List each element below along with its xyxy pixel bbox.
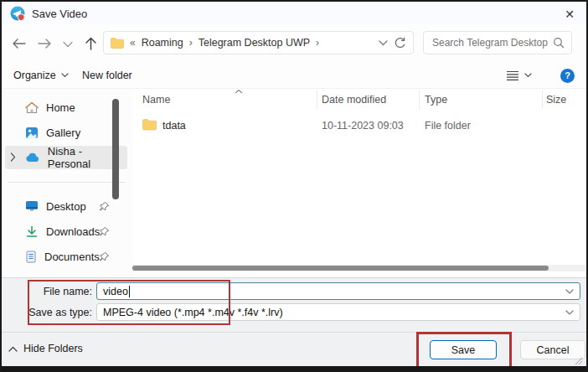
horizontal-scrollbar[interactable] (132, 265, 586, 271)
organize-label: Organize (13, 70, 56, 81)
view-options-button[interactable] (506, 63, 532, 88)
save-fields-area: File name: video Save as type: MPEG-4 vi… (2, 277, 586, 333)
gallery-icon (25, 127, 39, 139)
new-folder-button[interactable]: New folder (82, 63, 132, 88)
file-list: Name Date modified Type Size tdata 10-11… (132, 89, 586, 277)
sidebar-item-label: Downloads (46, 225, 100, 238)
footer-bar: Hide Folders Save Cancel (2, 332, 586, 366)
breadcrumb-separator: › (189, 37, 193, 49)
file-name-label: File name: (25, 286, 92, 297)
navigation-pane: Home Gallery Nisha - Personal (2, 89, 132, 277)
sort-ascending-icon (235, 89, 243, 94)
list-view-icon (506, 70, 519, 81)
chevron-down-icon (61, 73, 69, 78)
window-bottom-edge (0, 366, 588, 372)
save-video-dialog: Save Video ✕ « Roaming › Telegram Deskto… (0, 0, 588, 372)
close-button[interactable]: ✕ (560, 5, 580, 23)
back-arrow-icon[interactable] (11, 38, 27, 49)
folder-icon (111, 38, 124, 49)
onedrive-cloud-icon (25, 152, 40, 163)
save-as-type-value: MPEG-4 video (*.mp4 *.m4v *.f4v *.lrv) (103, 307, 283, 318)
sidebar-item-gallery[interactable]: Gallery (5, 121, 127, 144)
save-as-type-label: Save as type: (17, 307, 92, 318)
type-cell: File folder (425, 120, 471, 132)
pin-icon (99, 251, 110, 262)
title-bar: Save Video ✕ (2, 2, 586, 24)
help-button[interactable]: ? (560, 63, 575, 88)
sidebar-item-downloads[interactable]: Downloads (5, 220, 127, 243)
column-header-size[interactable]: Size (546, 94, 566, 106)
column-header-type[interactable]: Type (425, 94, 447, 106)
organize-menu[interactable]: Organize (13, 63, 69, 88)
command-toolbar: Organize New folder ? (2, 63, 586, 89)
sidebar-item-documents[interactable]: Documents (5, 245, 127, 268)
sidebar-item-label: Gallery (46, 127, 80, 139)
column-divider[interactable] (317, 90, 317, 109)
forward-arrow-icon[interactable] (37, 38, 53, 49)
breadcrumb-item-roaming[interactable]: Roaming (142, 37, 183, 49)
column-divider[interactable] (419, 90, 420, 109)
table-row-tdata[interactable]: tdata 10-11-2023 09:03 File folder (132, 116, 586, 137)
file-name-value: video (103, 286, 128, 297)
address-bar[interactable]: « Roaming › Telegram Desktop UWP › (103, 31, 414, 54)
save-button[interactable]: Save (430, 340, 497, 359)
expand-chevron-icon[interactable] (10, 152, 16, 162)
new-folder-label: New folder (82, 70, 132, 81)
sidebar-item-label: Documents (44, 251, 100, 263)
documents-icon (25, 251, 37, 263)
pin-icon (99, 226, 110, 237)
column-divider[interactable] (542, 90, 543, 109)
chevron-down-icon[interactable] (565, 310, 574, 316)
horizontal-scrollbar-thumb[interactable] (132, 266, 549, 271)
resize-grip[interactable] (575, 357, 583, 365)
sidebar-separator (8, 182, 126, 183)
search-box[interactable] (423, 31, 572, 54)
sidebar-item-label: Desktop (46, 200, 86, 213)
chevron-down-icon[interactable] (565, 289, 574, 295)
breadcrumb-item-telegram-desktop-uwp[interactable]: Telegram Desktop UWP (199, 37, 310, 49)
file-name-input[interactable]: video (96, 282, 580, 300)
date-modified-cell: 10-11-2023 09:03 (322, 120, 404, 132)
refresh-icon[interactable] (394, 37, 406, 49)
recent-locations-chevron-icon[interactable] (63, 41, 73, 48)
search-input[interactable] (431, 36, 553, 49)
save-as-type-select[interactable]: MPEG-4 video (*.mp4 *.m4v *.f4v *.lrv) (96, 303, 580, 321)
folder-icon (142, 119, 157, 131)
navigation-row: « Roaming › Telegram Desktop UWP › (2, 24, 586, 63)
home-icon (25, 101, 39, 114)
file-name-cell: tdata (162, 120, 186, 132)
pin-icon (99, 201, 110, 212)
chevron-up-icon (8, 346, 18, 352)
column-header-date-modified[interactable]: Date modified (322, 94, 386, 106)
downloads-icon (25, 225, 39, 238)
address-dropdown-chevron-icon[interactable] (379, 40, 388, 46)
desktop-icon (25, 200, 39, 212)
breadcrumb-overflow-glyph[interactable]: « (130, 37, 136, 49)
search-icon[interactable] (553, 37, 565, 49)
help-icon: ? (560, 69, 575, 83)
hide-folders-button[interactable]: Hide Folders (8, 343, 83, 354)
text-caret (129, 286, 130, 297)
breadcrumb-separator: › (316, 37, 319, 49)
sidebar-item-desktop[interactable]: Desktop (5, 194, 127, 218)
up-arrow-icon[interactable] (85, 36, 97, 51)
chevron-down-icon (524, 73, 532, 78)
sidebar-item-onedrive-personal[interactable]: Nisha - Personal (5, 146, 127, 169)
sidebar-item-home[interactable]: Home (5, 96, 127, 119)
telegram-app-icon (10, 6, 25, 21)
sidebar-item-label: Home (46, 101, 75, 114)
column-header-name[interactable]: Name (142, 94, 170, 106)
window-title: Save Video (32, 8, 87, 20)
sidebar-scrollbar[interactable] (112, 99, 119, 199)
hide-folders-label: Hide Folders (23, 343, 83, 354)
